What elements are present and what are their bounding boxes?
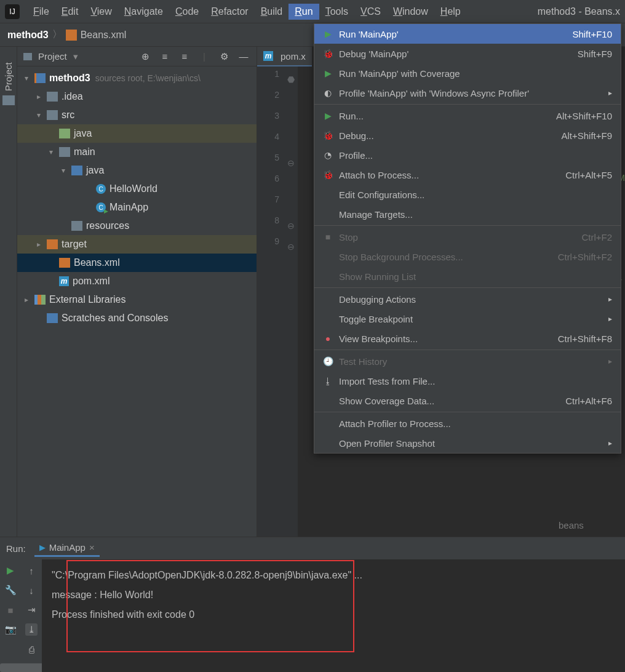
gear-icon[interactable]: ⚙ — [217, 50, 231, 63]
up-icon[interactable]: ↑ — [25, 564, 38, 577]
menu-item-manage-targets[interactable]: Manage Targets... — [314, 204, 621, 224]
tree-node-pom-xml[interactable]: mpom.xml — [17, 272, 257, 290]
dropdown-icon[interactable]: ▾ — [73, 51, 78, 62]
menu-item-debug[interactable]: 🐞Debug...Alt+Shift+F9 — [314, 126, 621, 145]
line-number: 3 — [257, 111, 284, 132]
tree-node-method3[interactable]: ▾method3sources root, E:\wenjian\cs\ — [17, 69, 257, 87]
menu-separator — [314, 104, 621, 105]
menu-item-run-mainapp[interactable]: ▶Run 'MainApp'Shift+F10 — [314, 24, 621, 44]
collapse-icon[interactable]: ≡ — [178, 50, 191, 63]
divider: | — [197, 50, 211, 63]
menu-edit[interactable]: Edit — [55, 4, 85, 20]
menu-run[interactable]: Run — [289, 4, 319, 20]
menu-separator — [314, 350, 621, 350]
menu-view[interactable]: View — [84, 4, 117, 20]
project-header: Project ▾ ⊕ ≡ ≡ | ⚙ — — [17, 47, 257, 66]
menubar: IJ FileEditViewNavigateCodeRefactorBuild… — [0, 0, 625, 23]
run-panel: Run: ▶ MainApp × ▶ 🔧 ■ 📷 ↑ ↓ ⇥ ⤓ ⎙ "C:\P… — [0, 537, 625, 672]
menu-item-open-profiler-snapshot[interactable]: Open Profiler Snapshot▸ — [314, 433, 621, 453]
folder-icon — [23, 53, 32, 60]
wrap-icon[interactable]: ⇥ — [25, 604, 38, 616]
down-icon[interactable]: ↓ — [25, 584, 38, 596]
console-line: Process finished with exit code 0 — [52, 605, 615, 625]
tree-node-target[interactable]: ▸target — [17, 235, 257, 254]
menu-vcs[interactable]: VCS — [354, 4, 387, 20]
menu-item-test-history: 🕘Test History▸ — [314, 351, 621, 371]
folder-icon[interactable] — [2, 95, 15, 105]
tree-node-scratches-and-consoles[interactable]: Scratches and Consoles — [17, 309, 257, 327]
project-tree[interactable]: ▾method3sources root, E:\wenjian\cs\▸.id… — [17, 66, 257, 537]
locate-icon[interactable]: ⊕ — [138, 50, 152, 63]
project-header-label[interactable]: Project — [38, 51, 67, 62]
scroll-icon[interactable]: ⤓ — [25, 623, 38, 636]
menu-item-edit-configurations[interactable]: Edit Configurations... — [314, 185, 621, 204]
tree-node-external-libraries[interactable]: ▸External Libraries — [17, 290, 257, 309]
run-tab-active[interactable]: ▶ MainApp × — [34, 540, 100, 557]
xml-file-icon — [66, 30, 77, 41]
line-number: 2 — [257, 90, 284, 111]
tree-node-java[interactable]: ▾java — [17, 161, 257, 180]
console-output[interactable]: "C:\Program Files\AdoptOpenJDK\jdk-8.0.2… — [42, 559, 625, 672]
menu-window[interactable]: Window — [387, 4, 434, 20]
run-tab-label: MainApp — [49, 542, 86, 553]
menu-help[interactable]: Help — [434, 4, 467, 20]
rerun-icon[interactable]: ▶ — [4, 564, 17, 577]
tree-node-java[interactable]: java — [17, 124, 257, 143]
menu-item-stop-background-processes: Stop Background Processes...Ctrl+Shift+F… — [314, 247, 621, 266]
camera-icon[interactable]: 📷 — [4, 623, 17, 636]
project-tool-label[interactable]: Project — [3, 74, 14, 91]
menu-item-show-running-list: Show Running List — [314, 266, 621, 286]
menu-item-toggle-breakpoint[interactable]: Toggle Breakpoint▸ — [314, 309, 621, 329]
tree-node-mainapp[interactable]: C▶MainApp — [17, 198, 257, 217]
tree-node-helloworld[interactable]: CHelloWorld — [17, 180, 257, 198]
menu-item-debugging-actions[interactable]: Debugging Actions▸ — [314, 289, 621, 309]
minimize-icon[interactable]: — — [237, 50, 250, 63]
run-tabs-bar: Run: ▶ MainApp × — [0, 537, 625, 559]
run-toolbar-primary: ▶ 🔧 ■ 📷 — [0, 559, 21, 672]
menu-item-debug-mainapp[interactable]: 🐞Debug 'MainApp'Shift+F9 — [314, 44, 621, 63]
menu-code[interactable]: Code — [169, 4, 205, 20]
left-gutter: Project — [0, 47, 17, 537]
menu-item-profile-mainapp-with-windows-async-profiler[interactable]: ◐Profile 'MainApp' with 'Windows Async P… — [314, 83, 621, 103]
menu-separator — [314, 412, 621, 412]
fold-icon[interactable]: ⊖ — [284, 215, 298, 236]
print-icon[interactable]: ⎙ — [25, 643, 38, 655]
menu-item-attach-profiler-to-process[interactable]: Attach Profiler to Process... — [314, 414, 621, 433]
expand-icon[interactable]: ≡ — [158, 50, 172, 63]
menu-tools[interactable]: Tools — [319, 4, 354, 20]
menu-item-import-tests-from-file[interactable]: ⭳Import Tests from File... — [314, 371, 621, 391]
menu-item-view-breakpoints[interactable]: ●View Breakpoints...Ctrl+Shift+F8 — [314, 329, 621, 348]
breadcrumb-file[interactable]: Beans.xml — [81, 30, 127, 41]
menu-build[interactable]: Build — [255, 4, 289, 20]
chevron-right-icon: 〉 — [52, 28, 62, 41]
fold-icon[interactable]: ⊖ — [284, 236, 298, 257]
line-number: 9 — [257, 236, 284, 257]
menu-file[interactable]: File — [27, 4, 55, 20]
editor-tab-label: pom.x — [281, 51, 306, 62]
editor-tab[interactable]: m pom.x — [257, 47, 312, 66]
stop-icon[interactable]: ■ — [4, 604, 17, 616]
menu-item-profile[interactable]: ◔Profile... — [314, 145, 621, 165]
tree-node-main[interactable]: ▾main — [17, 143, 257, 161]
wrench-icon[interactable]: 🔧 — [4, 584, 17, 596]
tree-node-src[interactable]: ▾src — [17, 106, 257, 124]
menu-item-run-mainapp-with-coverage[interactable]: ▶Run 'MainApp' with Coverage — [314, 63, 621, 83]
close-icon[interactable]: × — [89, 542, 95, 553]
tree-node--idea[interactable]: ▸.idea — [17, 87, 257, 106]
menu-navigate[interactable]: Navigate — [118, 4, 169, 20]
tree-node-resources[interactable]: resources — [17, 217, 257, 235]
menu-item-show-coverage-data[interactable]: Show Coverage Data...Ctrl+Alt+F6 — [314, 391, 621, 410]
fold-icon[interactable]: ⊖ — [284, 153, 298, 174]
project-panel: Project ▾ ⊕ ≡ ≡ | ⚙ — ▾method3sources ro… — [17, 47, 257, 537]
line-number: 1 — [257, 69, 284, 90]
gutter-icon[interactable]: ⬣ — [284, 69, 298, 90]
line-numbers: 123456789 — [257, 47, 284, 537]
menu-refactor[interactable]: Refactor — [205, 4, 254, 20]
menu-item-attach-to-process[interactable]: 🐞Attach to Process...Ctrl+Alt+F5 — [314, 165, 621, 185]
breadcrumb-project[interactable]: method3 — [7, 30, 49, 41]
menu-item-stop: ■StopCtrl+F2 — [314, 227, 621, 247]
menu-item-run[interactable]: ▶Run...Alt+Shift+F10 — [314, 106, 621, 126]
editor-gutter: ⬣ ⊖ ⊖ ⊖ — [284, 47, 298, 537]
run-label: Run: — [6, 543, 26, 554]
tree-node-beans-xml[interactable]: Beans.xml — [17, 254, 257, 272]
